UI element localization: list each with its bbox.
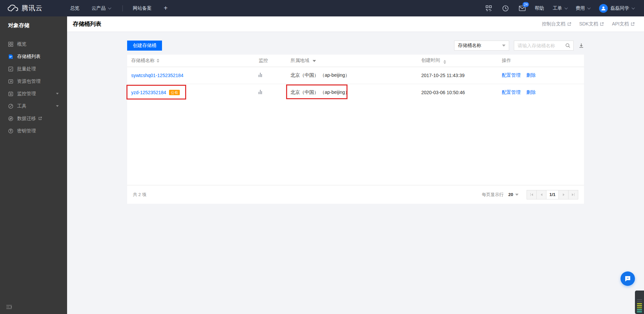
search-input[interactable]	[518, 43, 565, 48]
create-bucket-button[interactable]: 创建存储桶	[127, 41, 162, 51]
tencent-cloud-logo-icon	[7, 4, 19, 12]
sidebar-item-label: 概览	[17, 41, 26, 47]
delete-link[interactable]: 删除	[526, 72, 536, 78]
per-page-select[interactable]: 20	[508, 192, 519, 197]
pager: 1/1	[527, 190, 578, 199]
monitoring-chart-icon[interactable]	[259, 73, 263, 77]
package-icon	[8, 79, 13, 84]
sidebar-item-monitoring[interactable]: 监控管理	[0, 87, 67, 100]
nav-help[interactable]: 帮助	[535, 5, 544, 11]
main-content: 存储桶列表 控制台文档 SDK文档 API文档 创建	[67, 16, 644, 314]
sort-icon[interactable]	[443, 60, 446, 64]
bucket-icon	[8, 54, 13, 59]
unread-count-badge: 24	[523, 2, 529, 7]
sidebar-item-label: 存储桶列表	[17, 54, 41, 60]
nav-overview[interactable]: 总览	[70, 5, 79, 11]
sdk-docs-link[interactable]: SDK文档	[579, 21, 604, 27]
nav-icp-filing[interactable]: 网站备案	[133, 5, 152, 11]
user-menu[interactable]: 磊磊同学	[610, 5, 634, 11]
browser-extension-widget[interactable]	[635, 291, 644, 314]
page-title: 存储桶列表	[73, 20, 101, 28]
sidebar-item-batch-processing[interactable]: 批量处理	[0, 63, 67, 75]
bucket-table-card: 存储桶名称 监控 所属地域 创建时间 操作 sywtcshq01-1252352…	[127, 55, 584, 204]
nav-ticket[interactable]: 工单	[553, 5, 567, 11]
chevron-down-icon	[632, 6, 635, 9]
pagination: 每页显示行 20 1/1	[482, 190, 578, 199]
sidebar-item-label: 密钥管理	[17, 128, 36, 134]
nav-cloud-products[interactable]: 云产品	[92, 5, 110, 11]
nav-divider	[122, 5, 123, 11]
external-link-icon	[38, 117, 42, 120]
qr-code-icon[interactable]	[485, 5, 492, 12]
nav-cloud-products-label: 云产品	[92, 5, 106, 11]
api-docs-link[interactable]: API文档	[612, 21, 635, 27]
sdk-docs-label: SDK文档	[579, 21, 598, 27]
filter-field-select[interactable]: 存储桶名称	[454, 41, 509, 51]
migration-icon	[8, 116, 13, 121]
prev-page-button[interactable]	[536, 190, 546, 199]
configure-link[interactable]: 配置管理	[502, 72, 521, 78]
topbar-right: 24 帮助 工单 费用 磊磊同学	[476, 4, 634, 13]
sidebar-item-data-migration[interactable]: 数据迁移	[0, 112, 67, 125]
column-label: 创建时间	[421, 57, 440, 63]
chevron-down-icon	[502, 45, 505, 47]
table-footer: 共 2 项 每页显示行 20 1/1	[127, 185, 584, 204]
sidebar-item-tools[interactable]: 工具	[0, 100, 67, 112]
download-list-icon[interactable]	[579, 43, 584, 48]
avatar[interactable]	[599, 4, 608, 13]
first-page-button[interactable]	[527, 190, 537, 199]
brand-name: 腾讯云	[21, 4, 43, 13]
column-actions: 操作	[502, 58, 584, 64]
column-bucket-name[interactable]: 存储桶名称	[131, 58, 259, 64]
filter-icon[interactable]	[313, 60, 316, 62]
sidebar-item-resource-packages[interactable]: 资源包管理	[0, 75, 67, 87]
filter-field-value: 存储桶名称	[458, 43, 481, 49]
toolbar-right: 存储桶名称	[454, 41, 584, 51]
page-header: 存储桶列表 控制台文档 SDK文档 API文档	[67, 16, 644, 32]
sort-icon[interactable]	[157, 59, 159, 63]
monitoring-chart-icon[interactable]	[259, 90, 263, 94]
chat-support-button[interactable]	[621, 271, 635, 286]
external-link-icon	[631, 22, 635, 26]
history-clock-icon[interactable]	[502, 5, 509, 12]
configure-link[interactable]: 配置管理	[502, 89, 521, 95]
bucket-name-link[interactable]: yzd-1252352184	[131, 90, 166, 95]
per-page-label: 每页显示行	[482, 192, 504, 198]
collapse-sidebar-icon[interactable]	[6, 305, 12, 309]
console-docs-label: 控制台文档	[542, 21, 566, 27]
sidebar-item-bucket-list[interactable]: 存储桶列表	[0, 50, 67, 63]
column-monitoring: 监控	[259, 58, 290, 64]
search-icon[interactable]	[565, 43, 571, 48]
column-created[interactable]: 创建时间	[421, 57, 502, 64]
chevron-down-icon	[108, 6, 111, 9]
nav-add-tab-button[interactable]: +	[164, 4, 168, 12]
bucket-created-time: 2017-10-25 11:43:39	[421, 73, 502, 78]
delete-link[interactable]: 删除	[526, 89, 536, 95]
bucket-name-link[interactable]: sywtcshq01-1252352184	[131, 73, 183, 78]
brand[interactable]: 腾讯云	[7, 4, 43, 13]
external-link-icon	[600, 22, 604, 26]
nav-billing[interactable]: 费用	[576, 5, 590, 11]
sidebar-item-key-management[interactable]: 密钥管理	[0, 125, 67, 137]
key-icon	[8, 128, 13, 134]
sidebar-menu: 概览 存储桶列表 批量处理	[0, 38, 67, 137]
sidebar: 对象存储 概览 存储桶列表	[0, 16, 67, 314]
search-box	[514, 41, 574, 51]
nav-billing-label: 费用	[576, 5, 585, 11]
column-region[interactable]: 所属地域	[290, 58, 421, 64]
per-page-value: 20	[508, 192, 513, 197]
chevron-down-icon	[56, 105, 59, 107]
sidebar-item-overview[interactable]: 概览	[0, 38, 67, 50]
list-toolbar: 创建存储桶 存储桶名称	[127, 41, 584, 51]
public-access-badge: 公有	[169, 90, 180, 95]
console-docs-link[interactable]: 控制台文档	[542, 21, 571, 27]
tools-icon	[8, 104, 13, 109]
bucket-region: 北京（中国） （ap-beijing）	[290, 89, 421, 96]
grid-icon	[8, 42, 13, 47]
next-page-button[interactable]	[558, 190, 569, 199]
messages-icon[interactable]: 24	[519, 5, 526, 12]
last-page-button[interactable]	[568, 190, 578, 199]
chat-bubble-icon	[624, 275, 631, 282]
sidebar-item-label: 工具	[17, 103, 26, 109]
top-navigation-bar: 腾讯云 总览 云产品 网站备案 +	[0, 0, 644, 16]
